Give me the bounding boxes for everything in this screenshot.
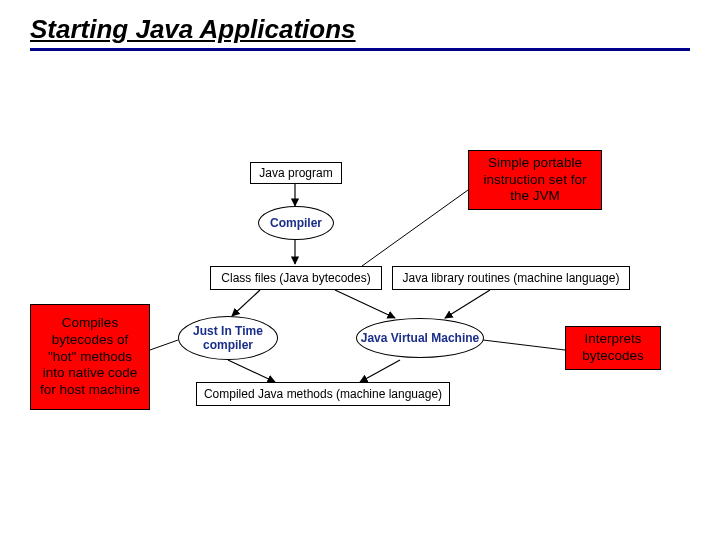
- title-underline: [30, 48, 690, 51]
- callout-compiles-hot: Compiles bytecodes of "hot" methods into…: [30, 304, 150, 410]
- page-title: Starting Java Applications: [30, 14, 356, 45]
- node-class-files: Class files (Java bytecodes): [210, 266, 382, 290]
- svg-line-3: [335, 290, 395, 318]
- node-java-library: Java library routines (machine language): [392, 266, 630, 290]
- callout-simple-portable: Simple portable instruction set for the …: [468, 150, 602, 210]
- node-jvm: Java Virtual Machine: [356, 318, 484, 358]
- svg-line-6: [360, 360, 400, 382]
- svg-line-4: [445, 290, 490, 318]
- svg-line-8: [150, 340, 178, 350]
- svg-line-7: [362, 190, 468, 266]
- diagram-canvas: Java program Compiler Class files (Java …: [0, 60, 720, 540]
- node-compiler: Compiler: [258, 206, 334, 240]
- node-java-program: Java program: [250, 162, 342, 184]
- callout-interprets: Interprets bytecodes: [565, 326, 661, 370]
- svg-line-5: [228, 360, 275, 382]
- node-compiled-methods: Compiled Java methods (machine language): [196, 382, 450, 406]
- node-jit-compiler: Just In Time compiler: [178, 316, 278, 360]
- svg-line-9: [483, 340, 565, 350]
- svg-line-2: [232, 290, 260, 316]
- connector-lines: [0, 60, 720, 540]
